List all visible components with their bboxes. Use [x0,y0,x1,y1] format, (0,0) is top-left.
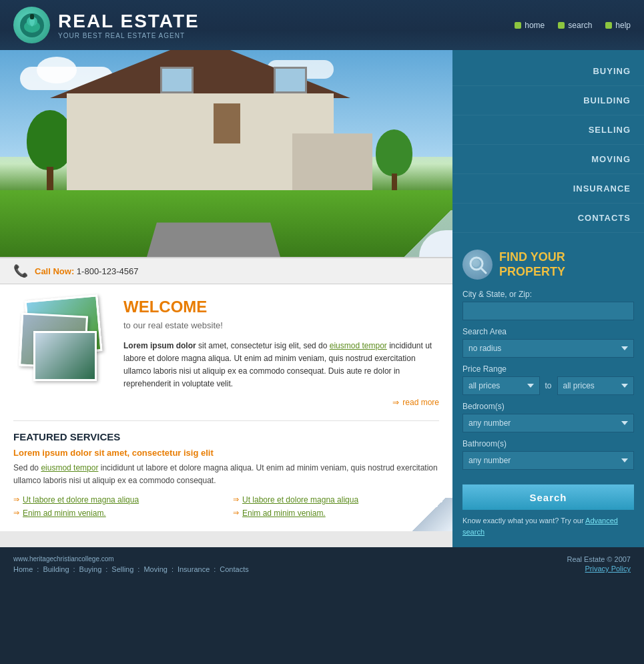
find-header: FIND YOUR PROPERTY [462,250,634,280]
nav-help[interactable]: help [605,21,631,30]
site-subtitle: YOUR BEST REAL ESTATE AGENT [58,32,200,39]
featured-link-eiusmod[interactable]: eiusmod tempor [41,463,98,472]
nav-building[interactable]: BUILDING [452,86,644,115]
call-text: Call Now: 1-800-123-4567 [35,266,138,276]
advanced-search-prefix: Know exactly what you want? Try our [462,517,584,525]
tree-top-right [376,129,412,176]
bathrooms-label: Bathroom(s) [462,439,634,448]
welcome-section: WELCOME to our real estate website! Lore… [13,298,439,407]
nav-insurance[interactable]: INSURANCE [452,174,644,204]
nav-search[interactable]: search [558,21,592,30]
bedrooms-field-group: Bedroom(s) any number 1 2 3 4+ [462,402,634,432]
advanced-search-text: Know exactly what you want? Try our Adva… [462,515,634,537]
site-footer: www.heritagechristiancollege.com Home : … [0,547,644,581]
welcome-body-text: sit amet, consectetur isig elit, sed do [196,341,330,350]
price-to-label: to [545,381,552,390]
content-area: WELCOME to our real estate website! Lore… [0,284,452,531]
area-field-group: Search Area no radius 5 miles 10 miles 2… [462,327,634,358]
nav-selling[interactable]: SELLING [452,115,644,145]
welcome-title: WELCOME [123,298,439,316]
featured-title: FEATURED SERVICES [13,431,439,442]
link-4[interactable]: Enim ad minim veniam. [242,509,326,518]
left-column: 📞 Call Now: 1-800-123-4567 WELCOME to ou… [0,50,452,547]
footer-link-home[interactable]: Home [13,565,33,573]
hero-window-left [160,67,194,93]
footer-link-insurance[interactable]: Insurance [178,565,210,573]
link-2[interactable]: Ut labore et dolore magna aliqua [242,495,358,505]
read-more-link[interactable]: read more [392,398,439,407]
nav-moving[interactable]: MOVING [452,145,644,174]
bathrooms-field-group: Bathroom(s) any number 1 2 3+ [462,439,634,470]
hero-road [147,222,280,257]
footer-left: www.heritagechristiancollege.com Home : … [13,555,249,573]
footer-link-buying[interactable]: Buying [79,565,102,573]
price-from-select[interactable]: all prices $50,000 $100,000 $200,000 [462,376,540,395]
find-title-highlight: YOUR [531,250,565,264]
lorem-strong: Lorem ipsum dolor [123,341,196,350]
find-property-panel: FIND YOUR PROPERTY City & State, or Zip:… [452,240,644,547]
find-title: FIND YOUR PROPERTY [499,250,565,279]
photo-3 [33,331,97,381]
price-label: Price Range [462,364,634,374]
photo-stack [13,298,113,391]
price-row: all prices $50,000 $100,000 $200,000 to … [462,376,634,395]
welcome-text: WELCOME to our real estate website! Lore… [123,298,439,407]
nav-buying[interactable]: BUYING [452,57,644,86]
links-grid: Ut labore et dolore magna aliqua Ut labo… [13,495,439,518]
privacy-policy-link[interactable]: Privacy Policy [585,565,631,573]
nav-dot-search [558,22,565,29]
welcome-body: Lorem ipsum dolor sit amet, consectetur … [123,340,439,391]
city-input[interactable] [462,302,634,320]
footer-link-moving[interactable]: Moving [143,565,167,573]
footer-link-contacts[interactable]: Contacts [220,565,248,573]
featured-subtitle: Lorem ipsum dolor sit amet, consectetur … [13,448,439,458]
logo-text: REAL ESTATE YOUR BEST REAL ESTATE AGENT [58,11,200,39]
top-nav: home search help [515,21,631,30]
call-number: 1-800-123-4567 [77,266,139,276]
bedrooms-select[interactable]: any number 1 2 3 4+ [462,414,634,432]
hero-door [214,103,240,143]
main-wrapper: 📞 Call Now: 1-800-123-4567 WELCOME to ou… [0,50,644,547]
featured-section: FEATURED SERVICES Lorem ipsum dolor sit … [13,420,439,518]
search-button[interactable]: Search [462,484,634,510]
list-item: Ut labore et dolore magna aliqua [233,495,439,505]
price-field-group: Price Range all prices $50,000 $100,000 … [462,364,634,395]
hero-image [0,50,452,257]
city-label: City & State, or Zip: [462,290,634,299]
nav-contacts[interactable]: CONTACTS [452,204,644,233]
call-bar: 📞 Call Now: 1-800-123-4567 [0,257,452,284]
find-title-pre: FIND [499,250,527,264]
price-to-select[interactable]: all prices $200,000 $500,000 $1,000,000 [557,376,635,395]
list-item: Enim ad minim veniam. [233,509,439,518]
copyright-text: Real Estate © 2007 [567,555,631,563]
nav-home[interactable]: home [515,21,545,30]
bathrooms-select[interactable]: any number 1 2 3+ [462,451,634,470]
logo-icon [13,7,50,43]
link-1[interactable]: Ut labore et dolore magna aliqua [23,495,139,505]
list-item: Ut labore et dolore magna aliqua [13,495,220,505]
nav-dot-help [605,22,612,29]
svg-line-5 [481,268,486,273]
featured-body: Sed do eiusmod tempor incididunt ut labo… [13,462,439,487]
footer-link-selling[interactable]: Selling [111,565,133,573]
svg-point-6 [472,259,480,267]
area-select[interactable]: no radius 5 miles 10 miles 25 miles 50 m… [462,339,634,358]
area-label: Search Area [462,327,634,336]
list-item: Enim ad minim veniam. [13,509,220,518]
call-label: Call Now: [35,266,74,276]
footer-right: Real Estate © 2007 Privacy Policy [567,555,631,573]
right-nav: BUYING BUILDING SELLING MOVING INSURANCE… [452,50,644,240]
welcome-subtitle: to our real estate website! [123,319,439,333]
site-header: REAL ESTATE YOUR BEST REAL ESTATE AGENT … [0,0,644,50]
link-3[interactable]: Enim ad minim veniam. [23,509,106,518]
footer-link-building[interactable]: Building [43,565,69,573]
right-column: BUYING BUILDING SELLING MOVING INSURANCE… [452,50,644,547]
eiusmod-link[interactable]: eiusmod tempor [330,341,387,350]
phone-icon: 📞 [13,264,28,278]
nav-dot-home [515,22,521,29]
footer-nav: Home : Building : Buying : Selling : Mov… [13,565,249,573]
svg-rect-3 [30,14,34,19]
search-magnifier-icon [462,250,493,280]
hero-window-right [274,67,307,93]
read-more-section: read more [123,398,439,407]
